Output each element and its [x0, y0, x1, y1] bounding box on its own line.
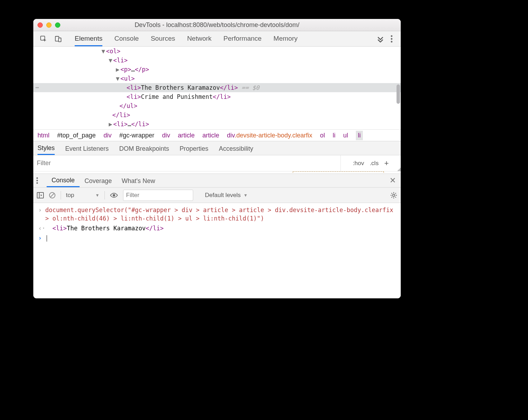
live-expression-icon[interactable] — [110, 192, 118, 198]
svg-point-3 — [391, 35, 393, 37]
chevron-down-icon: ▼ — [95, 193, 100, 198]
console-output-row: ‹· <li>The Brothers Karamazov</li> — [33, 223, 401, 233]
execution-context-select[interactable]: top ▼ — [66, 192, 100, 199]
subtab-accessibility[interactable]: Accessibility — [219, 142, 253, 155]
drawer-menu-icon[interactable] — [36, 177, 47, 184]
dom-node[interactable]: <li>Crime and Punishment</li> — [33, 92, 401, 101]
chevron-down-icon: ▼ — [244, 193, 248, 198]
breadcrumb[interactable]: ul — [343, 132, 348, 139]
subtab-properties[interactable]: Properties — [180, 142, 208, 155]
dom-node[interactable]: ▼<li> — [33, 56, 401, 65]
drawer-close-button[interactable]: ✕ — [390, 176, 396, 185]
breadcrumb[interactable]: li — [333, 132, 336, 139]
main-toolbar: Elements Console Sources Network Perform… — [33, 31, 401, 47]
dom-node[interactable]: ▼<ol> — [33, 47, 401, 56]
subtab-dom-breakpoints[interactable]: DOM Breakpoints — [119, 142, 169, 155]
dom-tree[interactable]: ▼<ol> ▼<li> ▶<p>…</p> ▼<ul> <li>The Brot… — [33, 47, 401, 129]
new-style-rule-button[interactable]: + — [384, 159, 389, 168]
svg-line-19 — [392, 193, 392, 194]
console-sidebar-toggle-icon[interactable] — [37, 192, 44, 198]
prompt-chevron-icon: › — [38, 234, 45, 242]
log-levels-select[interactable]: Default levels ▼ — [205, 192, 248, 199]
breadcrumb[interactable]: #top_of_page — [57, 132, 96, 139]
dom-node[interactable]: ▶<p>…</p> — [33, 65, 401, 74]
console-prompt[interactable] — [45, 234, 396, 242]
hov-toggle[interactable]: :hov — [353, 160, 364, 167]
breadcrumb[interactable]: div — [162, 132, 170, 139]
device-toolbar-icon[interactable] — [55, 35, 62, 42]
input-chevron-icon: › — [38, 206, 45, 223]
console-output[interactable]: › document.querySelector("#gc-wrapper > … — [33, 203, 401, 298]
separator — [61, 191, 61, 199]
breadcrumb[interactable]: html — [38, 132, 49, 139]
breadcrumb[interactable]: div — [103, 132, 111, 139]
svg-point-13 — [113, 194, 115, 196]
breadcrumb[interactable]: ol — [320, 132, 325, 139]
svg-point-8 — [36, 182, 38, 184]
console-command: document.querySelector("#gc-wrapper > di… — [45, 206, 396, 223]
minimize-window-button[interactable] — [46, 22, 52, 28]
console-filter-input[interactable] — [123, 190, 193, 201]
svg-point-7 — [36, 180, 38, 181]
subtab-styles[interactable]: Styles — [38, 141, 55, 155]
cls-toggle[interactable]: .cls — [370, 160, 379, 167]
window-title: DevTools - localhost:8080/web/tools/chro… — [33, 21, 401, 29]
separator — [104, 191, 105, 199]
dom-node[interactable]: ▶<li>…</li> — [33, 120, 401, 129]
console-toolbar: top ▼ Default levels ▼ — [33, 188, 401, 203]
dom-breadcrumbs: html #top_of_page div #gc-wrapper div ar… — [33, 129, 401, 141]
clear-console-icon[interactable] — [49, 192, 56, 199]
svg-point-4 — [391, 38, 393, 40]
tab-sources[interactable]: Sources — [151, 31, 175, 46]
drawer-tab-whatsnew[interactable]: What's New — [117, 175, 160, 187]
devtools-window: DevTools - localhost:8080/web/tools/chro… — [33, 19, 401, 298]
tab-console[interactable]: Console — [114, 31, 139, 46]
console-prompt-row[interactable]: › — [33, 233, 401, 243]
svg-line-21 — [392, 197, 392, 197]
fullscreen-window-button[interactable] — [55, 22, 60, 28]
svg-rect-9 — [37, 192, 43, 198]
dom-node-selected[interactable]: <li>The Brothers Karamazov</li> == $0 — [33, 83, 401, 92]
box-model-fragment — [293, 171, 384, 173]
drawer-tab-console[interactable]: Console — [47, 174, 80, 187]
traffic-lights — [38, 22, 60, 28]
breadcrumb[interactable]: div.devsite-article-body.clearfix — [227, 132, 312, 139]
tab-elements[interactable]: Elements — [75, 31, 102, 46]
svg-line-20 — [395, 197, 396, 197]
console-input-row: › document.querySelector("#gc-wrapper > … — [33, 205, 401, 223]
breadcrumb[interactable]: article — [202, 132, 219, 139]
styles-toggles: :hov .cls + — [340, 155, 401, 171]
scrollbar-thumb[interactable] — [397, 84, 400, 104]
styles-body-preview — [33, 171, 401, 174]
settings-kebab-icon[interactable] — [386, 35, 397, 43]
resize-corner-icon — [397, 168, 401, 171]
output-chevron-icon: ‹· — [38, 224, 45, 232]
console-result: <li>The Brothers Karamazov</li> — [45, 224, 396, 232]
inspect-element-icon[interactable] — [40, 35, 47, 42]
tab-performance[interactable]: Performance — [223, 31, 262, 46]
console-settings-icon[interactable] — [390, 192, 397, 199]
tab-network[interactable]: Network — [187, 31, 212, 46]
breadcrumb[interactable]: article — [178, 132, 195, 139]
tab-memory[interactable]: Memory — [273, 31, 298, 46]
log-levels-label: Default levels — [205, 192, 241, 199]
dom-node[interactable]: ▼<ul> — [33, 74, 401, 83]
main-tabs: Elements Console Sources Network Perform… — [75, 31, 375, 46]
tabs-overflow-icon[interactable] — [375, 35, 386, 42]
breadcrumb[interactable]: #gc-wrapper — [119, 132, 154, 139]
breadcrumb-current[interactable]: li — [356, 131, 363, 140]
styles-filter-input[interactable] — [33, 160, 340, 167]
dom-node[interactable]: </li> — [33, 110, 401, 120]
context-label: top — [66, 192, 74, 199]
drawer-tab-coverage[interactable]: Coverage — [80, 175, 117, 187]
elements-subtabs: Styles Event Listeners DOM Breakpoints P… — [33, 141, 401, 155]
dom-node[interactable]: </ul> — [33, 101, 401, 110]
svg-point-6 — [36, 177, 38, 179]
svg-rect-2 — [59, 38, 61, 42]
styles-toolbar: :hov .cls + — [33, 155, 401, 171]
svg-line-22 — [395, 193, 396, 194]
subtab-event-listeners[interactable]: Event Listeners — [65, 142, 109, 155]
titlebar: DevTools - localhost:8080/web/tools/chro… — [33, 19, 401, 31]
close-window-button[interactable] — [38, 22, 43, 28]
drawer-tabs: Console Coverage What's New ✕ — [33, 174, 401, 188]
